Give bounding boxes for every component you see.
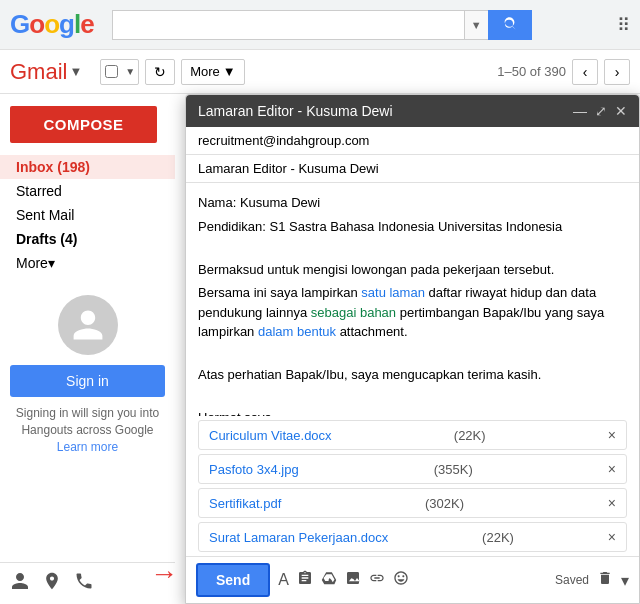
bottom-bar <box>0 562 175 604</box>
compose-to-value: recruitment@indahgroup.com <box>198 133 369 148</box>
sign-in-area: Sign in Signing in will sign you intoHan… <box>10 295 165 454</box>
avatar <box>58 295 118 355</box>
checkbox-dropdown[interactable]: ▼ <box>100 59 139 85</box>
compose-subject-value: Lamaran Editor - Kusuma Dewi <box>198 161 379 176</box>
select-all-checkbox[interactable] <box>105 65 118 78</box>
clipboard-icon[interactable] <box>297 570 313 590</box>
attachment-name-2[interactable]: Pasfoto 3x4.jpg <box>209 462 299 477</box>
sidebar-item-inbox[interactable]: Inbox (198) <box>0 155 175 179</box>
link-icon[interactable] <box>369 570 385 590</box>
compose-footer: Send A Saved ▾ <box>186 556 639 603</box>
phone-icon[interactable] <box>74 571 94 596</box>
grid-icon[interactable]: ⠿ <box>617 14 630 36</box>
checkbox-dropdown-arrow: ▼ <box>122 66 138 77</box>
attachment-size-3: (302K) <box>425 496 464 511</box>
attachment-size-1: (22K) <box>454 428 486 443</box>
attachment-remove-3[interactable]: × <box>608 495 616 511</box>
sidebar-item-sent[interactable]: Sent Mail <box>0 203 175 227</box>
body-line7: Atas perhatian Bapak/Ibu, saya mengucapk… <box>198 365 627 385</box>
starred-label: Starred <box>16 183 62 199</box>
sign-in-description: Signing in will sign you intoHangouts ac… <box>10 405 165 439</box>
sign-in-button[interactable]: Sign in <box>10 365 165 397</box>
delete-icon[interactable] <box>597 570 613 590</box>
attachment-remove-2[interactable]: × <box>608 461 616 477</box>
refresh-button[interactable]: ↻ <box>145 59 175 85</box>
next-page-button[interactable]: › <box>604 59 630 85</box>
compose-popup: Lamaran Editor - Kusuma Dewi — ⤢ ✕ recru… <box>185 94 640 604</box>
attachment-remove-4[interactable]: × <box>608 529 616 545</box>
compose-window-title: Lamaran Editor - Kusuma Dewi <box>198 103 393 119</box>
attachment-item-3: Sertifikat.pdf (302K) × <box>198 488 627 518</box>
body-line2: Pendidikan: S1 Sastra Bahasa Indonesia U… <box>198 217 627 237</box>
drafts-label: Drafts (4) <box>16 231 77 247</box>
attachment-item-4: Surat Lamaran Pekerjaan.docx (22K) × <box>198 522 627 552</box>
person-icon[interactable] <box>10 571 30 596</box>
location-icon[interactable] <box>42 571 62 596</box>
body-line1: Nama: Kusuma Dewi <box>198 193 627 213</box>
search-input[interactable] <box>112 10 464 40</box>
close-icon[interactable]: ✕ <box>615 103 627 119</box>
body-line4: Bermaksud untuk mengisi lowongan pada pe… <box>198 260 627 280</box>
attachment-remove-1[interactable]: × <box>608 427 616 443</box>
compose-header-icons: — ⤢ ✕ <box>573 103 627 119</box>
photo-icon[interactable] <box>345 570 361 590</box>
compose-header[interactable]: Lamaran Editor - Kusuma Dewi — ⤢ ✕ <box>186 95 639 127</box>
attachment-size-2: (355K) <box>434 462 473 477</box>
compose-subject-field[interactable]: Lamaran Editor - Kusuma Dewi <box>186 155 639 183</box>
compose-to-field[interactable]: recruitment@indahgroup.com <box>186 127 639 155</box>
sidebar: COMPOSE Inbox (198) Starred Sent Mail Dr… <box>0 94 175 604</box>
link3: dalam bentuk <box>258 324 336 339</box>
search-box-container: ▼ <box>112 10 532 40</box>
more-label: More <box>190 64 220 79</box>
compose-button[interactable]: COMPOSE <box>10 106 157 143</box>
link2: sebagai bahan <box>311 305 396 320</box>
compose-body[interactable]: Nama: Kusuma Dewi Pendidikan: S1 Sastra … <box>186 183 639 416</box>
google-logo: Google <box>10 9 94 40</box>
sent-label: Sent Mail <box>16 207 74 223</box>
google-bar: Google ▼ ⠿ <box>0 0 640 50</box>
pagination-text: 1–50 of 390 <box>497 64 566 79</box>
gmail-toolbar: Gmail ▼ ▼ ↻ More ▼ 1–50 of 390 ‹ › <box>0 50 640 94</box>
send-button[interactable]: Send <box>196 563 270 597</box>
attachment-name-3[interactable]: Sertifikat.pdf <box>209 496 281 511</box>
gmail-dropdown-arrow: ▼ <box>69 64 82 79</box>
drive-icon[interactable] <box>321 570 337 590</box>
more-arrow-icon: ▼ <box>223 64 236 79</box>
attachment-item-2: Pasfoto 3x4.jpg (355K) × <box>198 454 627 484</box>
attachments-list: Curiculum Vitae.docx (22K) × Pasfoto 3x4… <box>186 416 639 556</box>
attachment-name-4[interactable]: Surat Lamaran Pekerjaan.docx <box>209 530 388 545</box>
link1: satu laman <box>361 285 425 300</box>
format-text-icon[interactable]: A <box>278 571 289 589</box>
sidebar-item-drafts[interactable]: Drafts (4) <box>0 227 175 251</box>
attachment-name-1[interactable]: Curiculum Vitae.docx <box>209 428 332 443</box>
gmail-label: Gmail ▼ <box>10 59 82 85</box>
body-line9: Hormat saya, <box>198 408 627 416</box>
search-icon <box>502 17 518 33</box>
attachment-item-1: Curiculum Vitae.docx (22K) × <box>198 420 627 450</box>
more-button[interactable]: More ▼ <box>181 59 245 85</box>
inbox-label: Inbox (198) <box>16 159 90 175</box>
attachment-size-4: (22K) <box>482 530 514 545</box>
more-label: More▾ <box>16 255 55 271</box>
body-line5: Bersama ini saya lampirkan satu laman da… <box>198 283 627 342</box>
learn-more-link[interactable]: Learn more <box>57 440 118 454</box>
sidebar-item-starred[interactable]: Starred <box>0 179 175 203</box>
prev-page-button[interactable]: ‹ <box>572 59 598 85</box>
search-button[interactable] <box>488 10 532 40</box>
red-arrow: → <box>150 558 178 590</box>
gmail-text: Gmail <box>10 59 67 85</box>
emoji-icon[interactable] <box>393 570 409 590</box>
more-options-icon[interactable]: ▾ <box>621 571 629 590</box>
saved-text: Saved <box>555 573 589 587</box>
search-dropdown-button[interactable]: ▼ <box>464 10 488 40</box>
person-silhouette-icon <box>70 307 106 343</box>
pagination-info: 1–50 of 390 ‹ › <box>497 59 630 85</box>
main-content: COMPOSE Inbox (198) Starred Sent Mail Dr… <box>0 94 640 604</box>
expand-icon[interactable]: ⤢ <box>595 103 607 119</box>
minimize-icon[interactable]: — <box>573 103 587 119</box>
sidebar-item-more[interactable]: More▾ <box>0 251 175 275</box>
